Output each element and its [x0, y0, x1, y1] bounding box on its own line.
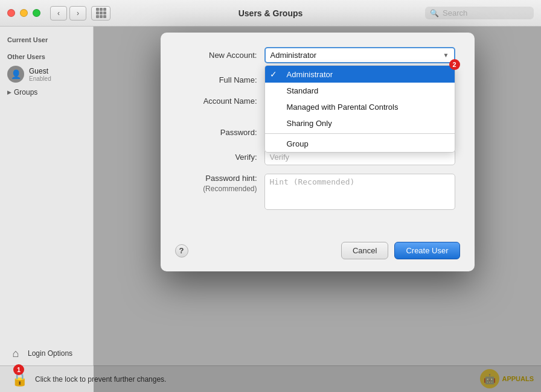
hint-field[interactable] [264, 174, 455, 212]
main-area: Current User Other Users 👤 Guest Enabled… [0, 27, 541, 392]
hint-label: Password hint: (Recommended) [180, 174, 264, 194]
step-2-badge: 2 [449, 59, 460, 70]
hint-row: Password hint: (Recommended) [180, 174, 455, 212]
cancel-button[interactable]: Cancel [341, 242, 388, 259]
check-icon: ✓ [270, 69, 282, 79]
verify-label: Verify: [180, 153, 264, 162]
dropdown-item-label: Group [287, 139, 309, 148]
dropdown-item-sharing[interactable]: Sharing Only [265, 115, 455, 131]
minimize-button[interactable] [20, 9, 28, 17]
search-input[interactable] [443, 8, 529, 17]
avatar: 👤 [7, 66, 24, 83]
dropdown-item-standard[interactable]: Standard [265, 83, 455, 99]
search-box[interactable]: 🔍 [425, 7, 534, 19]
sidebar-item-groups[interactable]: ▶ Groups [0, 86, 93, 99]
hint-input[interactable] [264, 174, 455, 210]
user-info: Guest Enabled [29, 67, 51, 82]
dialog-buttons: Cancel Create User [341, 242, 460, 259]
close-button[interactable] [7, 9, 15, 17]
dropdown-trigger[interactable]: Administrator ▼ [264, 47, 455, 63]
dropdown-selected-text: Administrator [270, 51, 317, 60]
help-button[interactable]: ? [175, 244, 188, 258]
maximize-button[interactable] [33, 9, 40, 17]
full-name-label: Full Name: [180, 75, 264, 84]
guest-name: Guest [29, 67, 51, 75]
dialog-footer: ? Cancel Create User [161, 235, 475, 271]
dropdown-item-group[interactable]: Group [265, 136, 455, 152]
login-options-item[interactable]: ⌂ Login Options [7, 345, 86, 362]
other-users-label: Other Users [0, 51, 93, 63]
dropdown-menu-wrap: ✓ Administrator Standard [264, 64, 455, 153]
dropdown-item-administrator[interactable]: ✓ Administrator [265, 66, 455, 83]
sidebar-item-guest[interactable]: 👤 Guest Enabled [0, 63, 93, 86]
sidebar: Current User Other Users 👤 Guest Enabled… [0, 27, 94, 392]
guest-sub: Enabled [29, 75, 51, 82]
create-user-button[interactable]: Create User [394, 242, 459, 259]
groups-label: Groups [14, 88, 37, 96]
dropdown-item-label: Administrator [287, 70, 333, 79]
title-bar: ‹ › Users & Groups 🔍 [0, 0, 541, 27]
current-user-label: Current User [0, 34, 93, 46]
account-name-label: Account Name: [180, 96, 264, 106]
grid-icon [96, 8, 106, 18]
new-account-label: New Account: [180, 51, 264, 60]
dropdown-item-label: Managed with Parental Controls [287, 103, 399, 112]
password-label: Password: [180, 128, 264, 137]
search-icon: 🔍 [430, 9, 439, 17]
home-icon: ⌂ [7, 345, 24, 362]
chevron-right-icon: ▶ [7, 89, 11, 95]
traffic-lights [7, 9, 40, 17]
login-options-label: Login Options [28, 349, 72, 358]
dialog-overlay: New Account: Administrator ▼ ✓ Adm [94, 27, 541, 392]
dropdown-separator [265, 133, 455, 134]
new-account-row: New Account: Administrator ▼ ✓ Adm [180, 47, 455, 63]
dropdown-item-label: Standard [287, 86, 319, 95]
forward-button[interactable]: › [69, 6, 86, 21]
nav-buttons: ‹ › [50, 6, 86, 21]
step-1-badge: 1 [13, 364, 24, 375]
dropdown-item-managed[interactable]: Managed with Parental Controls [265, 99, 455, 115]
dropdown-menu: ✓ Administrator Standard [264, 65, 455, 153]
dialog: New Account: Administrator ▼ ✓ Adm [161, 33, 475, 271]
content-area: New Account: Administrator ▼ ✓ Adm [94, 27, 541, 392]
dropdown-item-label: Sharing Only [287, 119, 332, 128]
back-button[interactable]: ‹ [50, 6, 67, 21]
grid-view-button[interactable] [91, 6, 110, 21]
dialog-content: New Account: Administrator ▼ ✓ Adm [161, 33, 475, 235]
sidebar-bottom: ⌂ Login Options [0, 340, 93, 367]
account-type-dropdown[interactable]: Administrator ▼ ✓ Administrator [264, 47, 455, 63]
window-title: Users & Groups [238, 8, 303, 18]
chevron-down-icon: ▼ [443, 52, 449, 58]
